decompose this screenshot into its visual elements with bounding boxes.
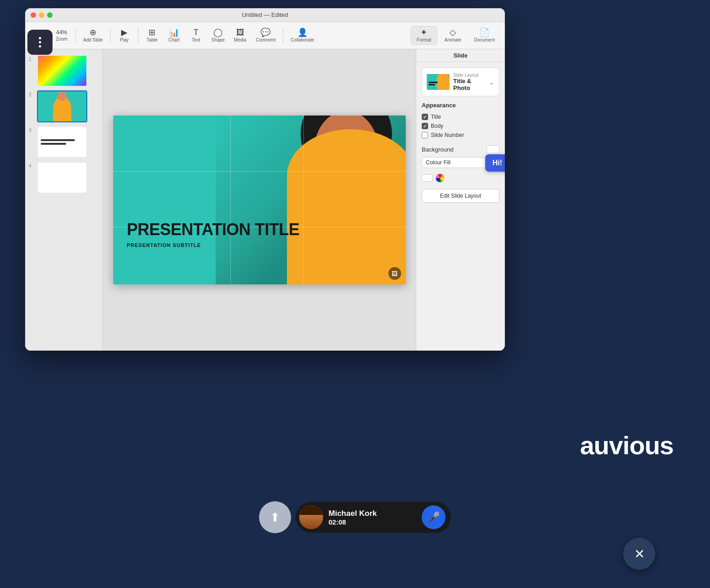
user-name: Michael Kork (329, 509, 416, 518)
thumbnail-2[interactable]: 2 (25, 89, 102, 124)
avatar-image (299, 505, 323, 529)
slide-number-label: Slide Number (431, 132, 464, 138)
play-label: Play (120, 37, 128, 42)
document-label: Document (474, 37, 495, 42)
background-swatch[interactable] (487, 145, 499, 153)
divider-1 (75, 27, 76, 44)
right-panel: Slide Slide Lay (416, 49, 505, 351)
avatar-hair (299, 505, 323, 515)
microphone-icon: 🎤 (428, 511, 440, 523)
text-button[interactable]: T Text (186, 26, 206, 44)
appearance-title-item: Title (422, 112, 499, 121)
thumb-2-number: 2 (29, 92, 34, 97)
thumb-4-img (37, 162, 87, 194)
background-header: Background (422, 145, 499, 153)
content-area: 1 2 3 (25, 49, 505, 351)
add-slide-label: Add Slide (83, 37, 103, 42)
dots-icon (39, 37, 41, 47)
right-panel-content: Slide Layout Title & Photo ⌄ Appearance … (416, 62, 505, 351)
thumb-2-img (37, 90, 87, 122)
menu-button[interactable] (27, 30, 53, 55)
thumbnail-4[interactable]: 4 (25, 160, 102, 195)
chevron-down-icon: ⌄ (489, 79, 494, 86)
color-gradient-row (422, 172, 499, 184)
table-label: Table (147, 37, 158, 42)
layout-person (437, 74, 450, 90)
shape-button[interactable]: ◯ Shape (208, 26, 228, 44)
body-checkbox[interactable] (422, 123, 428, 129)
appearance-body-item: Body (422, 121, 499, 131)
toolbar: ⊞ View 44% Zoom ⊕ Add Slide ▶ Play ⊞ Tab… (25, 22, 505, 49)
appearance-title: Appearance (422, 102, 499, 109)
document-icon: 📄 (479, 28, 489, 37)
play-icon: ▶ (121, 28, 127, 37)
shape-label: Shape (212, 37, 225, 42)
color-swatch[interactable] (422, 174, 433, 182)
animate-icon: ◇ (450, 28, 456, 37)
collaborate-button[interactable]: 👤 Collaborate (287, 26, 318, 44)
maximize-dot[interactable] (47, 12, 53, 18)
animate-tab[interactable]: ◇ Animate (439, 26, 467, 44)
user-text: Michael Kork 02:08 (329, 509, 416, 526)
window-controls (31, 12, 53, 18)
layout-label-text: Slide Layout (453, 73, 485, 78)
slide-title: PRESENTATION TITLE (127, 220, 300, 239)
thumbnails-panel: 1 2 3 (25, 49, 103, 351)
body-label: Body (431, 123, 443, 129)
document-tab[interactable]: 📄 Document (468, 26, 500, 44)
slide-text-section: PRESENTATION TITLE PRESENTATION SUBTITLE (113, 211, 313, 257)
chart-button[interactable]: 📊 Chart (164, 26, 184, 44)
zoom-control[interactable]: 44% Zoom (52, 27, 72, 43)
close-window-dot[interactable] (31, 12, 36, 18)
divider-3 (138, 27, 138, 44)
thumbnail-3[interactable]: 3 (25, 124, 102, 160)
slide-photo-button[interactable]: 🖼 (388, 267, 401, 280)
app-window: Untitled — Edited ⊞ View 44% Zoom ⊕ Add … (25, 8, 505, 351)
table-icon: ⊞ (148, 28, 155, 37)
comment-icon: 💬 (260, 28, 270, 37)
gradient-picker[interactable] (435, 173, 445, 183)
share-screen-button[interactable]: ⬆ (259, 501, 291, 533)
thumb-3-img (37, 126, 87, 158)
user-avatar (299, 505, 323, 529)
divider-2 (110, 27, 111, 44)
minimize-dot[interactable] (39, 12, 44, 18)
add-slide-button[interactable]: ⊕ Add Slide (79, 26, 106, 44)
slide-subtitle: PRESENTATION SUBTITLE (127, 242, 300, 248)
microphone-button[interactable]: 🎤 (422, 505, 445, 529)
thumbnail-1[interactable]: 1 (25, 53, 102, 89)
format-tab[interactable]: ✦ Format (411, 26, 437, 45)
user-info-bar: Michael Kork 02:08 🎤 (296, 502, 451, 533)
title-checkbox[interactable] (422, 114, 428, 120)
appearance-section: Appearance Title Body Slide Number (422, 102, 499, 140)
comment-label: Comment (256, 37, 276, 42)
edit-slide-layout-button[interactable]: Edit Slide Layout (422, 189, 499, 203)
thumb-1-img (37, 55, 87, 87)
media-label: Media (234, 37, 246, 42)
title-bar: Untitled — Edited (25, 8, 505, 22)
media-button[interactable]: 🖼 Media (230, 26, 250, 44)
share-screen-icon: ⬆ (270, 510, 280, 525)
close-icon: ✕ (634, 546, 645, 562)
zoom-label: Zoom (56, 37, 68, 42)
text-icon: T (193, 28, 198, 37)
auvious-brand: auvious (580, 430, 673, 460)
layout-text (429, 81, 438, 86)
play-button[interactable]: ▶ Play (114, 26, 134, 44)
toolbar-right: ✦ Format ◇ Animate 📄 Document (411, 26, 500, 45)
slide-canvas: PRESENTATION TITLE PRESENTATION SUBTITLE… (113, 116, 406, 284)
slide-number-checkbox[interactable] (422, 132, 428, 138)
layout-info: Slide Layout Title & Photo (453, 73, 485, 91)
slide-layout-card[interactable]: Slide Layout Title & Photo ⌄ (422, 68, 499, 96)
add-slide-icon: ⊕ (90, 28, 96, 37)
divider-4 (283, 27, 283, 44)
animate-label: Animate (445, 37, 461, 42)
close-call-button[interactable]: ✕ (623, 538, 655, 570)
thumb-4-number: 4 (29, 163, 34, 168)
slide-section-header: Slide (416, 49, 505, 62)
hi-button[interactable]: Hi! (485, 154, 505, 172)
slide-area[interactable]: PRESENTATION TITLE PRESENTATION SUBTITLE… (103, 49, 416, 351)
comment-button[interactable]: 💬 Comment (252, 26, 279, 44)
format-icon: ✦ (420, 28, 427, 37)
table-button[interactable]: ⊞ Table (142, 26, 162, 44)
